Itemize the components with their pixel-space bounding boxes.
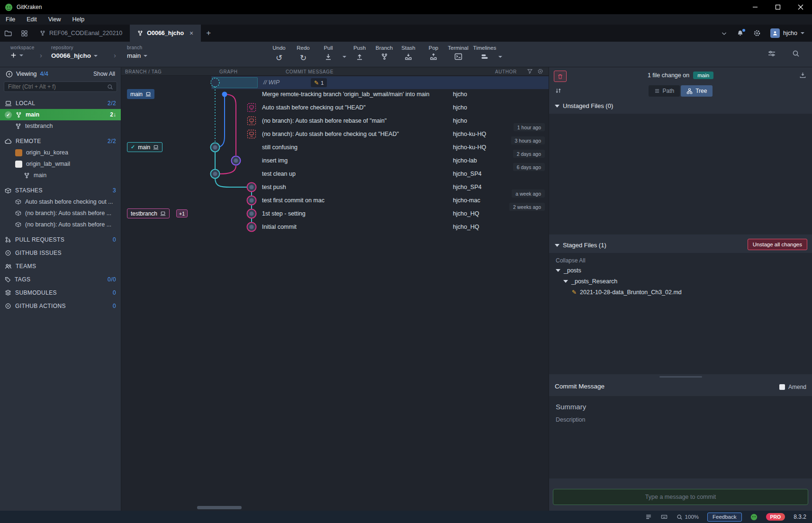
pull-button[interactable]: Pull — [316, 45, 341, 61]
timelines-button[interactable]: Timelines — [472, 45, 497, 60]
commit-row[interactable]: test first commit on machjcho-mac — [121, 194, 549, 207]
notifications-bell-icon[interactable] — [737, 30, 744, 37]
tag-icon — [5, 277, 11, 283]
commit-button[interactable]: Type a message to commit — [553, 489, 808, 505]
redo-button[interactable]: Redo ↻ — [290, 45, 316, 63]
pop-button[interactable]: Pop — [421, 45, 446, 61]
commit-row[interactable]: Initial commithjcho_HQ — [121, 220, 549, 234]
timelines-options-caret-icon[interactable] — [498, 56, 502, 58]
menu-edit[interactable]: Edit — [21, 16, 43, 23]
stash-button[interactable]: Stash — [396, 45, 421, 61]
amend-checkbox[interactable] — [779, 384, 785, 390]
timelines-icon — [481, 53, 488, 60]
tree-view-button[interactable]: Tree — [681, 85, 713, 97]
menu-help[interactable]: Help — [67, 16, 90, 23]
tab-o0066-hjcho[interactable]: O0066_hjcho × — [130, 25, 201, 42]
commit-row[interactable]: insert imghjcho-lab — [121, 154, 549, 167]
push-button[interactable]: Push — [347, 45, 372, 61]
keyboard-shortcuts-icon[interactable] — [660, 514, 668, 520]
branch-label-extra-count[interactable]: +1 — [176, 209, 188, 217]
terminal-button[interactable]: Terminal — [445, 45, 471, 60]
commit-row[interactable]: (no branch): Auto stash before rebase of… — [121, 114, 549, 127]
commit-row[interactable]: test clean uphjcho_SP4 — [121, 167, 549, 180]
kraken-status-icon[interactable] — [750, 514, 758, 521]
branch-label-main-local[interactable]: main — [127, 89, 154, 99]
pull-options-caret-icon[interactable] — [343, 56, 346, 58]
description-input[interactable]: Description — [549, 411, 812, 423]
section-github-issues[interactable]: GITHUB ISSUES — [0, 247, 121, 259]
toolbar: workspace › repository O0066_hjcho › bra… — [0, 42, 812, 67]
sidebar-remote-origin-ku-korea[interactable]: origin_ku_korea — [0, 147, 121, 158]
commit-row[interactable]: test pushhjcho_SP4 — [121, 180, 549, 194]
commit-author: hjcho-mac — [453, 197, 480, 204]
stash-item[interactable]: (no branch): Auto stash before ... — [0, 207, 121, 219]
sidebar-branch-main[interactable]: ✓ main 2↓ — [0, 109, 121, 120]
section-stashes[interactable]: STASHES 3 — [0, 185, 121, 196]
branch-selector[interactable]: branch main — [127, 45, 147, 59]
maximize-button[interactable] — [767, 0, 789, 14]
undo-button[interactable]: Undo ↺ — [266, 45, 292, 63]
sort-files-button[interactable] — [555, 87, 562, 94]
commit-row[interactable]: Merge remote-tracking branch 'origin_lab… — [121, 88, 549, 101]
amend-control[interactable]: Amend — [779, 384, 806, 390]
commit-row[interactable]: (no branch): Auto stash before checking … — [121, 127, 549, 141]
path-view-button[interactable]: Path — [649, 85, 680, 97]
new-tab-button[interactable]: + — [201, 25, 216, 42]
workspaces-button[interactable] — [16, 25, 32, 42]
filter-funnel-icon[interactable] — [527, 68, 533, 74]
tab-close-icon[interactable]: × — [189, 29, 193, 37]
workspace-selector[interactable]: workspace — [10, 45, 35, 58]
file-change-summary: 1 file change on main — [549, 72, 812, 79]
tree-folder-posts[interactable]: _posts — [549, 265, 812, 276]
feedback-button[interactable]: Feedback — [707, 513, 742, 522]
tab-ref06-codeanal[interactable]: REF06_CODEanal_220210 — [32, 25, 130, 42]
section-pull-requests[interactable]: PULL REQUESTS 0 — [0, 234, 121, 245]
user-profile-button[interactable]: hjcho — [770, 28, 804, 38]
tree-folder-posts-research[interactable]: _posts_Research — [549, 276, 812, 287]
graph-settings-gear-icon[interactable] — [537, 68, 543, 74]
filter-input[interactable] — [4, 81, 117, 92]
sidebar-remote-branch-main[interactable]: main — [0, 170, 121, 181]
section-remote[interactable]: REMOTE 2/2 — [0, 135, 121, 147]
chevron-down-icon[interactable] — [721, 30, 727, 36]
section-teams[interactable]: TEAMS — [0, 261, 121, 272]
section-submodules[interactable]: SUBMODULES 0 — [0, 287, 121, 298]
zoom-control[interactable]: 100% — [677, 514, 699, 520]
section-tags[interactable]: TAGS 0/0 — [0, 274, 121, 285]
list-icon[interactable] — [645, 514, 652, 520]
panel-resizer-handle[interactable] — [659, 376, 702, 378]
branch-label-testbranch[interactable]: testbranch — [127, 208, 170, 218]
summary-input[interactable]: Summary — [549, 396, 812, 411]
commit-row[interactable]: still confusinghjcho-ku-HQ — [121, 141, 549, 154]
show-all-button[interactable]: Show All — [93, 71, 115, 77]
staged-files-header[interactable]: Staged Files (1) — [555, 242, 606, 249]
collapse-panel-icon[interactable] — [6, 71, 13, 78]
commit-graph-panel: BRANCH / TAG GRAPH COMMIT MESSAGE AUTHOR… — [121, 67, 549, 511]
sidebar-branch-testbranch[interactable]: testbranch — [0, 120, 121, 132]
menu-file[interactable]: File — [0, 16, 21, 23]
horizontal-scrollbar[interactable] — [197, 506, 242, 509]
download-patch-button[interactable] — [799, 72, 806, 79]
wip-row[interactable]: // WIP ✎ 1 — [121, 76, 549, 89]
stash-item[interactable]: (no branch): Auto stash before ... — [0, 219, 121, 230]
repository-selector[interactable]: repository O0066_hjcho — [51, 45, 98, 59]
settings-gear-icon[interactable] — [753, 29, 761, 37]
search-button[interactable] — [792, 50, 800, 59]
staged-file-row[interactable]: ✎ 2021-10-28-data_Brunton_Ch3_02.md — [549, 287, 812, 298]
local-count: 2/2 — [108, 100, 116, 107]
panel-layout-button[interactable] — [767, 50, 776, 59]
close-button[interactable] — [789, 0, 812, 14]
commit-row[interactable]: Auto stash before checking out "HEAD"hjc… — [121, 101, 549, 114]
branch-button[interactable]: Branch — [371, 45, 397, 60]
sidebar-remote-origin-lab-wmail[interactable]: origin_lab_wmail — [0, 158, 121, 170]
section-github-actions[interactable]: GITHUB ACTIONS 0 — [0, 300, 121, 312]
unstage-all-button[interactable]: Unstage all changes — [748, 239, 807, 250]
minimize-button[interactable] — [744, 0, 767, 14]
unstaged-files-header[interactable]: Unstaged Files (0) — [555, 102, 613, 109]
open-repo-button[interactable] — [0, 25, 16, 42]
menu-view[interactable]: View — [43, 16, 67, 23]
section-local[interactable]: LOCAL 2/2 — [0, 98, 121, 109]
collapse-all-button[interactable]: Collapse All — [549, 253, 812, 265]
branch-label-main-remote[interactable]: ✓ main — [127, 142, 162, 152]
stash-item[interactable]: Auto stash before checking out ... — [0, 196, 121, 207]
